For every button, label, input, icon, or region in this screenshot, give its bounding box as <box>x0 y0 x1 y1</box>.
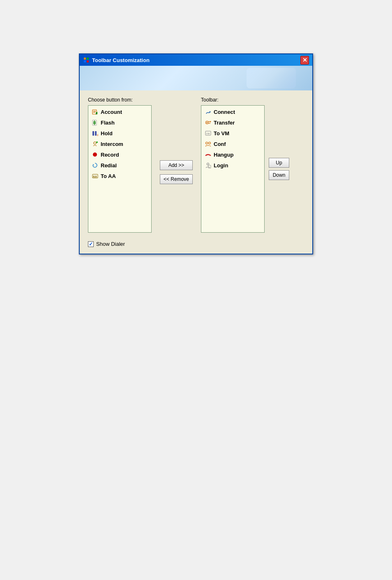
connect-icon <box>205 109 211 115</box>
svg-rect-2 <box>84 60 86 62</box>
show-dialer-checkbox[interactable]: ✓ <box>88 241 94 247</box>
svg-rect-13 <box>92 131 94 136</box>
list-item-connect[interactable]: Connect <box>202 106 263 117</box>
toaa-icon: AA <box>92 173 98 179</box>
list-item-redial[interactable]: Redial <box>89 160 150 171</box>
title-text: Toolbar Customization <box>92 57 150 63</box>
list-item-account-label: Account <box>101 109 122 115</box>
list-item-intercom-label: Intercom <box>101 141 123 147</box>
toolbar-buttons-list[interactable]: Connect <box>201 105 265 233</box>
svg-point-22 <box>209 111 210 112</box>
list-item-intercom[interactable]: Intercom <box>89 139 150 149</box>
svg-rect-3 <box>87 60 89 62</box>
svg-point-18 <box>93 153 97 157</box>
list-item-flash-label: Flash <box>101 120 115 126</box>
header-banner <box>80 66 312 90</box>
list-item-hangup-label: Hangup <box>214 152 233 158</box>
list-item-login[interactable]: Login <box>202 160 263 171</box>
record-icon <box>92 151 98 158</box>
list-item-flash[interactable]: Flash <box>89 117 150 128</box>
list-item-connect-label: Connect <box>214 109 235 115</box>
login-icon <box>205 162 211 169</box>
list-item-hold-label: Hold <box>101 130 113 136</box>
flash-icon <box>92 119 98 126</box>
down-button[interactable]: Down <box>269 170 289 180</box>
svg-point-32 <box>207 163 209 165</box>
svg-rect-0 <box>84 58 86 60</box>
list-item-redial-label: Redial <box>101 162 117 169</box>
toolbar-column: Toolbar: Connect <box>201 97 265 233</box>
dialog-body: Choose button from: Accoun <box>80 90 312 254</box>
list-item-transfer[interactable]: Transfer <box>202 117 263 128</box>
up-button[interactable]: Up <box>269 158 289 168</box>
svg-point-30 <box>205 142 208 144</box>
svg-point-24 <box>206 122 208 123</box>
up-down-buttons: Up Down <box>269 109 289 180</box>
remove-button[interactable]: << Remove <box>160 174 193 184</box>
svg-text:AA: AA <box>93 175 97 178</box>
conf-icon <box>205 141 211 147</box>
list-item-tovm[interactable]: VM To VM <box>202 128 263 139</box>
hangup-icon <box>205 151 211 158</box>
svg-point-31 <box>208 142 210 144</box>
list-item-record[interactable]: Record <box>89 149 150 160</box>
right-section-label: Toolbar: <box>201 97 265 103</box>
checkbox-check-mark: ✓ <box>89 241 93 247</box>
svg-rect-14 <box>95 131 97 136</box>
title-bar-left: Toolbar Customization <box>83 57 150 63</box>
add-button[interactable]: Add >> <box>160 160 193 170</box>
tovm-icon: VM <box>205 130 211 136</box>
svg-point-17 <box>96 141 98 143</box>
toolbar-customization-dialog: Toolbar Customization ✕ Choose button fr… <box>79 53 313 254</box>
list-item-transfer-label: Transfer <box>214 120 235 126</box>
close-button[interactable]: ✕ <box>300 56 309 65</box>
hold-icon: ii <box>92 130 98 136</box>
left-section-label: Choose button from: <box>88 97 152 103</box>
list-item-conf[interactable]: Conf <box>202 139 263 149</box>
show-dialer-label: Show Dialer <box>96 241 125 247</box>
transfer-icon <box>205 119 211 126</box>
list-item-hangup[interactable]: Hangup <box>202 149 263 160</box>
svg-text:VM: VM <box>206 132 210 135</box>
svg-rect-1 <box>87 58 89 60</box>
available-buttons-list[interactable]: Account Flash <box>88 105 152 233</box>
list-item-record-label: Record <box>101 152 119 158</box>
svg-marker-27 <box>210 121 211 122</box>
left-column: Choose button from: Accoun <box>88 97 152 233</box>
columns-container: Choose button from: Accoun <box>88 97 304 236</box>
list-item-conf-label: Conf <box>214 141 226 147</box>
footer-row: ✓ Show Dialer <box>88 241 304 247</box>
middle-buttons: Add >> << Remove <box>152 109 201 236</box>
list-item-toaa-label: To AA <box>101 173 116 179</box>
window-icon <box>83 57 90 63</box>
intercom-icon <box>92 141 98 147</box>
list-item-toaa[interactable]: AA To AA <box>89 171 150 181</box>
redial-icon <box>92 162 98 169</box>
list-item-login-label: Login <box>214 162 228 169</box>
list-item-hold[interactable]: ii Hold <box>89 128 150 139</box>
svg-point-16 <box>94 142 96 144</box>
title-bar: Toolbar Customization ✕ <box>80 54 312 66</box>
svg-marker-19 <box>93 164 94 166</box>
list-item-tovm-label: To VM <box>214 130 229 136</box>
right-section: Toolbar: Connect <box>201 97 289 233</box>
account-icon <box>92 109 98 115</box>
list-item-account[interactable]: Account <box>89 106 150 117</box>
svg-text:ii: ii <box>97 134 98 136</box>
